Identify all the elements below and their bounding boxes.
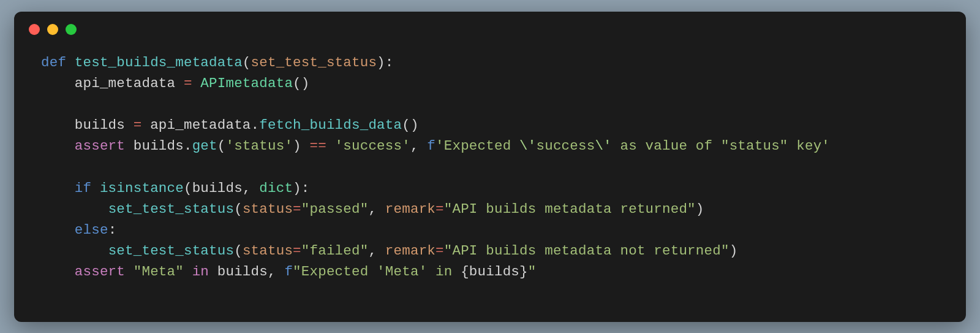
fstring-expr: builds xyxy=(469,264,519,280)
fstring-prefix: f xyxy=(427,138,435,154)
string: "API builds metadata returned" xyxy=(444,201,696,217)
keyword-assert: assert xyxy=(75,264,125,280)
operator-assign: = xyxy=(184,75,192,91)
keyword-def: def xyxy=(41,55,66,71)
builtin-type: dict xyxy=(259,180,293,196)
variable: builds xyxy=(75,117,125,133)
keyword-in: in xyxy=(192,264,209,280)
kwarg: status xyxy=(243,201,293,217)
string: 'status' xyxy=(225,138,293,154)
string: "failed" xyxy=(301,243,369,259)
minimize-icon[interactable] xyxy=(47,24,58,35)
kwarg: status xyxy=(243,243,293,259)
keyword-if: if xyxy=(75,180,91,196)
function-call: set_test_status xyxy=(108,243,235,259)
code-block: def test_builds_metadata(set_test_status… xyxy=(14,41,966,283)
string: "API builds metadata not returned" xyxy=(444,243,729,259)
object: builds xyxy=(134,138,184,154)
fstring-prefix: f xyxy=(284,264,293,280)
class-name: APImetadata xyxy=(200,75,293,91)
string: "passed" xyxy=(301,201,369,217)
fstring: "Expected 'Meta' in xyxy=(293,264,461,280)
escape: \' xyxy=(519,138,536,154)
method-name: fetch_builds_data xyxy=(259,117,402,133)
string: "Meta" xyxy=(134,264,184,280)
fstring: 'Expected xyxy=(435,138,519,154)
zoom-icon[interactable] xyxy=(66,24,77,35)
kwarg: remark xyxy=(385,243,435,259)
code-window: def test_builds_metadata(set_test_status… xyxy=(14,12,966,322)
object: api_metadata xyxy=(150,117,251,133)
function-name: test_builds_metadata xyxy=(75,55,243,71)
object: builds xyxy=(217,264,268,280)
function-call: set_test_status xyxy=(108,201,235,217)
param: set_test_status xyxy=(251,55,377,71)
method-name: get xyxy=(192,138,217,154)
kwarg: remark xyxy=(385,201,435,217)
variable: api_metadata xyxy=(75,75,175,91)
close-icon[interactable] xyxy=(29,24,40,35)
string: 'success' xyxy=(335,138,410,154)
titlebar xyxy=(14,12,966,41)
builtin: isinstance xyxy=(100,180,184,196)
brace: { xyxy=(461,264,469,280)
fstring: success xyxy=(536,138,595,154)
arg: builds xyxy=(192,180,243,196)
operator-assign: = xyxy=(134,117,142,133)
fstring: as value of "status" key' xyxy=(612,138,830,154)
operator-eq: == xyxy=(310,138,326,154)
escape: \' xyxy=(595,138,611,154)
brace: } xyxy=(519,264,528,280)
fstring: " xyxy=(528,264,537,280)
keyword-else: else xyxy=(75,222,108,238)
keyword-assert: assert xyxy=(75,138,125,154)
